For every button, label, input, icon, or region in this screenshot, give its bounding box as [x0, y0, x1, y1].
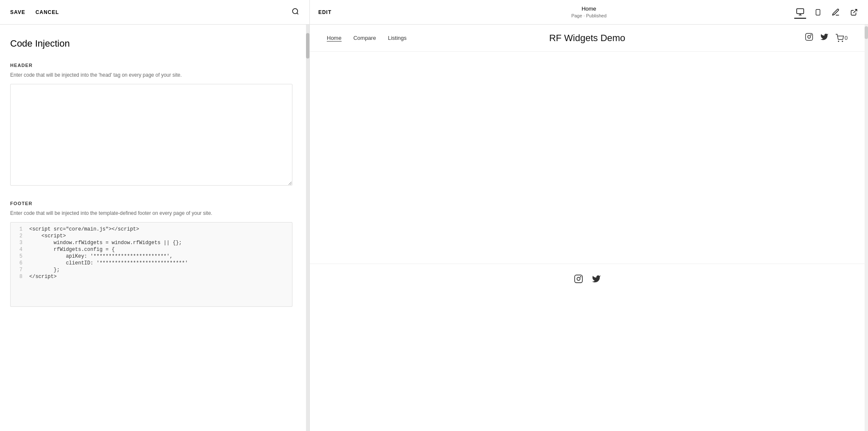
footer-section: FOOTER Enter code that will be injected … — [10, 201, 292, 307]
svg-rect-13 — [574, 275, 582, 283]
preview-nav-home: Home — [327, 35, 342, 42]
code-line: 1<script src="core/main.js"></script> — [11, 226, 292, 233]
code-line: 2 <script> — [11, 233, 292, 239]
main-content: Code Injection HEADER Enter code that wi… — [0, 25, 868, 431]
svg-point-0 — [292, 8, 298, 14]
preview-twitter-icon — [820, 33, 829, 43]
external-link-icon — [850, 8, 858, 16]
footer-code-editor[interactable]: 1<script src="core/main.js"></script>2 <… — [10, 222, 292, 307]
scrollbar-thumb — [306, 33, 309, 58]
svg-point-15 — [580, 276, 581, 277]
line-code: </script> — [29, 274, 57, 280]
line-code: rfWidgets.config = { — [29, 247, 115, 253]
preview-scroll-container: Home Compare Listings RF Widgets Demo — [310, 25, 868, 431]
pen-icon — [832, 8, 840, 17]
mobile-icon — [815, 8, 821, 17]
svg-rect-2 — [797, 8, 804, 14]
toolbar: SAVE CANCEL EDIT Home Page · Published — [0, 0, 868, 25]
svg-line-7 — [854, 9, 857, 13]
svg-point-10 — [811, 35, 811, 35]
line-number: 5 — [14, 253, 22, 259]
header-code-input[interactable] — [10, 84, 292, 186]
line-code: window.rfWidgets = window.rfWidgets || {… — [29, 240, 182, 246]
cart-count: 0 — [845, 35, 848, 41]
code-line: 3 window.rfWidgets = window.rfWidgets ||… — [11, 239, 292, 246]
desktop-icon — [796, 8, 804, 16]
line-code: <script src="core/main.js"></script> — [29, 226, 139, 232]
panel-title: Code Injection — [10, 38, 292, 49]
line-code: clientID: '****************************' — [29, 260, 188, 266]
external-link-button[interactable] — [849, 7, 860, 18]
preview-body — [310, 52, 865, 264]
left-panel: Code Injection HEADER Enter code that wi… — [0, 25, 309, 431]
preview-footer — [310, 264, 865, 296]
header-section: HEADER Enter code that will be injected … — [10, 63, 292, 187]
header-section-desc: Enter code that will be injected into th… — [10, 71, 292, 79]
preview-instagram-icon — [805, 33, 813, 43]
preview-content: Home Compare Listings RF Widgets Demo — [310, 25, 865, 431]
line-code: apiKey: '************************', — [29, 253, 172, 259]
line-code: <script> — [29, 233, 66, 239]
preview-logo: RF Widgets Demo — [549, 33, 626, 44]
line-number: 7 — [14, 267, 22, 273]
preview-nav-listings: Listings — [388, 35, 406, 41]
svg-point-12 — [842, 41, 843, 42]
line-number: 8 — [14, 274, 22, 280]
footer-instagram-icon — [574, 274, 583, 286]
preview-cart-icon: 0 — [835, 34, 848, 42]
line-number: 6 — [14, 260, 22, 266]
preview-panel: Home Compare Listings RF Widgets Demo — [309, 25, 868, 431]
line-number: 2 — [14, 233, 22, 239]
search-button[interactable] — [292, 8, 299, 17]
cancel-button[interactable]: CANCEL — [36, 9, 59, 15]
footer-section-desc: Enter code that will be injected into th… — [10, 209, 292, 217]
line-number: 3 — [14, 240, 22, 246]
svg-rect-5 — [816, 9, 820, 15]
code-line: 4 rfWidgets.config = { — [11, 246, 292, 253]
svg-point-11 — [838, 41, 839, 42]
header-section-label: HEADER — [10, 63, 292, 68]
view-icons — [794, 6, 860, 19]
page-info: Home Page · Published — [571, 6, 606, 19]
left-scrollbar[interactable] — [306, 25, 309, 431]
code-line: 8</script> — [11, 273, 292, 280]
code-line: 7 }; — [11, 267, 292, 273]
svg-rect-8 — [805, 33, 812, 41]
save-button[interactable]: SAVE — [10, 9, 25, 15]
code-line: 5 apiKey: '************************', — [11, 253, 292, 260]
right-scrollbar[interactable] — [865, 25, 868, 431]
design-button[interactable] — [830, 6, 842, 18]
toolbar-left: SAVE CANCEL — [0, 8, 309, 17]
line-code: }; — [29, 267, 60, 273]
search-icon — [292, 8, 299, 15]
footer-twitter-icon — [592, 274, 601, 286]
line-number: 4 — [14, 247, 22, 253]
preview-nav-icons: 0 — [805, 33, 848, 43]
line-number: 1 — [14, 226, 22, 232]
code-line: 6 clientID: '***************************… — [11, 260, 292, 267]
edit-label: EDIT — [318, 9, 331, 15]
mobile-view-button[interactable] — [813, 6, 823, 18]
toolbar-right: EDIT Home Page · Published — [310, 6, 868, 19]
svg-point-9 — [807, 36, 810, 39]
page-status: Page · Published — [571, 13, 606, 19]
code-injection-panel: Code Injection HEADER Enter code that wi… — [0, 25, 306, 431]
page-title: Home — [581, 6, 596, 13]
preview-nav-compare: Compare — [353, 35, 376, 41]
svg-point-14 — [577, 277, 580, 280]
preview-nav-links: Home Compare Listings — [327, 35, 406, 42]
footer-section-label: FOOTER — [10, 201, 292, 206]
desktop-view-button[interactable] — [794, 6, 806, 19]
right-scrollbar-thumb — [865, 26, 868, 39]
preview-nav: Home Compare Listings RF Widgets Demo — [310, 25, 865, 52]
svg-line-1 — [297, 13, 298, 14]
